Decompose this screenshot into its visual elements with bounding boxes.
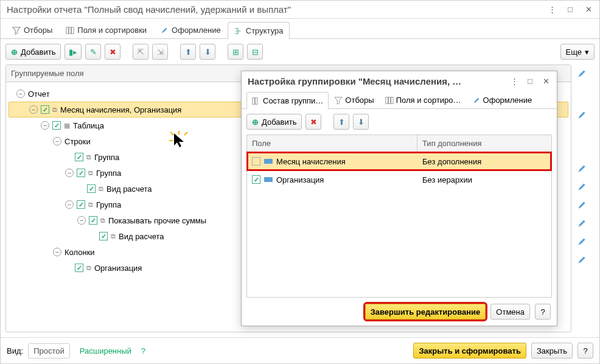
svg-rect-1 bbox=[69, 27, 72, 33]
expander-icon[interactable]: − bbox=[53, 137, 61, 145]
popup-delete-button[interactable]: ✖ bbox=[305, 114, 321, 130]
funnel-icon bbox=[12, 26, 21, 35]
ptab-fields-sort[interactable]: Поля и сортиро… bbox=[380, 91, 467, 108]
delete-icon: ✖ bbox=[310, 117, 317, 127]
columns-icon bbox=[385, 96, 394, 105]
table-row[interactable]: ✓ Месяц начисления Без дополнения bbox=[247, 152, 551, 170]
svg-rect-0 bbox=[66, 27, 69, 33]
brush-tool[interactable] bbox=[575, 162, 588, 175]
arrow-up-icon: ⬆ bbox=[338, 117, 345, 127]
window-title: Настройки отчета "Полный свод начислений… bbox=[7, 4, 547, 15]
checkbox-icon[interactable]: ✓ bbox=[77, 169, 85, 177]
checkbox-icon[interactable]: ✓ bbox=[75, 153, 83, 161]
columns-icon bbox=[66, 26, 74, 35]
kebab-icon[interactable]: ⋮ bbox=[547, 5, 557, 15]
popup-move-up-button[interactable]: ⬆ bbox=[333, 114, 349, 130]
checkbox-icon[interactable]: ✓ bbox=[52, 121, 61, 130]
tab-filters[interactable]: Отборы bbox=[5, 21, 59, 38]
expand-all-button[interactable]: ⊞ bbox=[228, 44, 243, 60]
brush-tool[interactable] bbox=[575, 235, 588, 248]
funnel-icon bbox=[334, 96, 343, 105]
move-up-button[interactable]: ⬆ bbox=[180, 44, 196, 60]
maximize-icon[interactable]: □ bbox=[565, 5, 575, 15]
brush-tool[interactable] bbox=[575, 253, 588, 267]
popup-add-button[interactable]: ⊕ Добавить bbox=[246, 114, 302, 130]
expander-icon[interactable]: − bbox=[41, 121, 49, 130]
svg-rect-10 bbox=[386, 97, 388, 103]
pencil-icon: ✎ bbox=[90, 47, 97, 57]
collapse-all-button[interactable]: ⊟ bbox=[247, 44, 263, 60]
checkbox-icon[interactable]: ✓ bbox=[87, 184, 96, 193]
add-button[interactable]: ⊕ Добавить bbox=[5, 44, 61, 60]
link-icon: ⧉ bbox=[100, 217, 105, 225]
ptab-appearance[interactable]: Оформление bbox=[467, 91, 538, 108]
expander-icon[interactable]: − bbox=[16, 89, 25, 98]
brush-tool[interactable] bbox=[575, 180, 588, 194]
close-icon[interactable]: ✕ bbox=[541, 77, 551, 86]
maximize-icon[interactable]: □ bbox=[525, 77, 535, 86]
brush-tool[interactable] bbox=[575, 67, 588, 80]
mode-simple[interactable]: Простой bbox=[28, 343, 70, 359]
checkbox-icon[interactable]: ✓ bbox=[252, 175, 260, 184]
view-label: Вид: bbox=[7, 346, 23, 355]
delete-button[interactable]: ✖ bbox=[105, 44, 120, 60]
tree-up-icon: ⇱ bbox=[138, 47, 144, 57]
titlebar: Настройки отчета "Полный свод начислений… bbox=[1, 1, 599, 19]
checkbox-icon[interactable]: ✓ bbox=[41, 105, 49, 114]
popup-help-button[interactable]: ? bbox=[535, 304, 551, 320]
tab-fields-sort[interactable]: Поля и сортировки bbox=[59, 21, 153, 38]
expander-icon[interactable]: − bbox=[65, 200, 74, 209]
hierarchy-down-button[interactable]: ⇲ bbox=[152, 44, 168, 60]
checkbox-icon[interactable]: ✓ bbox=[252, 157, 260, 166]
help-icon[interactable]: ? bbox=[141, 346, 145, 355]
col-field: Поле bbox=[247, 135, 417, 152]
table-icon: ▦ bbox=[64, 122, 70, 130]
brush-palette bbox=[575, 65, 595, 332]
brush-tool[interactable] bbox=[575, 198, 588, 212]
ptab-filters[interactable]: Отборы bbox=[329, 91, 379, 108]
main-tabs: Отборы Поля и сортировки Оформление Стру… bbox=[1, 21, 599, 39]
popup-toolbar: ⊕ Добавить ✖ ⬆ ⬇ bbox=[242, 109, 557, 135]
structure-icon bbox=[234, 27, 243, 35]
popup-table: Поле Тип дополнения ✓ Месяц начисления Б… bbox=[246, 135, 552, 298]
plus-icon: ⊕ bbox=[11, 47, 18, 57]
link-icon: ⧉ bbox=[88, 169, 93, 177]
tab-structure[interactable]: Структура bbox=[228, 22, 290, 39]
main-toolbar: ⊕ Добавить ▮▸ ✎ ✖ ⇱ ⇲ ⬆ ⬇ ⊞ ⊟ Еще ▾ bbox=[1, 39, 599, 65]
expander-icon[interactable]: − bbox=[53, 248, 61, 256]
svg-rect-11 bbox=[388, 97, 391, 103]
tab-appearance[interactable]: Оформление bbox=[153, 21, 228, 38]
checkbox-icon[interactable]: ✓ bbox=[99, 232, 108, 240]
mode-advanced[interactable]: Расширенный bbox=[75, 344, 136, 358]
close-and-generate-button[interactable]: Закрыть и сформировать bbox=[413, 343, 526, 359]
hierarchy-up-button[interactable]: ⇱ bbox=[133, 44, 148, 60]
link-icon: ⧉ bbox=[86, 264, 91, 272]
expander-icon[interactable]: − bbox=[65, 169, 74, 177]
checkbox-icon[interactable]: ✓ bbox=[75, 264, 83, 272]
link-icon: ⧉ bbox=[99, 185, 103, 193]
checkbox-icon[interactable]: ✓ bbox=[89, 216, 97, 225]
popup-move-down-button[interactable]: ⬇ bbox=[353, 114, 369, 130]
cancel-button[interactable]: Отмена bbox=[490, 304, 530, 320]
help-button[interactable]: ? bbox=[577, 343, 593, 359]
kebab-icon[interactable]: ⋮ bbox=[509, 77, 519, 86]
edit-button[interactable]: ✎ bbox=[85, 44, 101, 60]
more-button[interactable]: Еще ▾ bbox=[560, 44, 595, 60]
brush-tool[interactable] bbox=[575, 217, 588, 230]
finish-editing-button[interactable]: Завершить редактирование bbox=[365, 304, 486, 320]
arrow-up-icon: ⬆ bbox=[185, 47, 192, 57]
popup-footer: Завершить редактирование Отмена ? bbox=[242, 298, 557, 326]
expander-icon[interactable]: − bbox=[29, 105, 38, 114]
table-row[interactable]: ✓ Организация Без иерархии bbox=[247, 170, 551, 189]
close-icon[interactable]: ✕ bbox=[584, 5, 593, 15]
move-down-button[interactable]: ⬇ bbox=[200, 44, 215, 60]
expander-icon[interactable]: − bbox=[77, 216, 86, 225]
brush-tool[interactable] bbox=[575, 108, 588, 122]
close-button[interactable]: Закрыть bbox=[531, 343, 573, 359]
popup-title: Настройка группировки "Месяц начисления,… bbox=[248, 76, 509, 86]
group-add-button[interactable]: ▮▸ bbox=[65, 44, 82, 60]
plus-icon: ⊕ bbox=[252, 117, 259, 127]
ptab-composition[interactable]: Состав группи… bbox=[246, 92, 329, 109]
col-type: Тип дополнения bbox=[417, 135, 551, 152]
checkbox-icon[interactable]: ✓ bbox=[77, 200, 85, 209]
